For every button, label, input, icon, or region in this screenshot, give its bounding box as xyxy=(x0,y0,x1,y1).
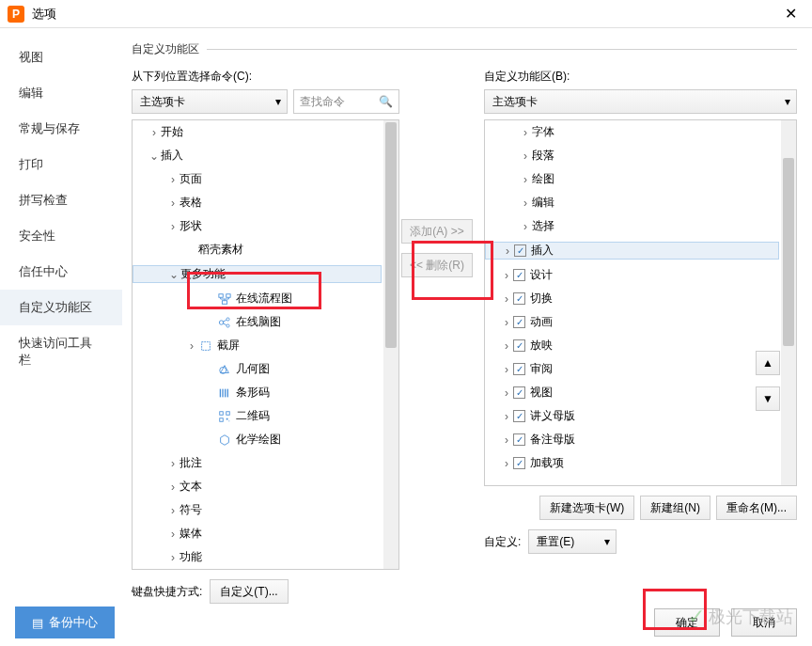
checkbox[interactable]: ✓ xyxy=(513,269,525,281)
checkbox[interactable]: ✓ xyxy=(513,457,525,469)
move-up-button[interactable]: ▲ xyxy=(756,351,780,375)
select-value: 主选项卡 xyxy=(140,94,185,110)
tree-label: 批注 xyxy=(180,455,202,471)
tree-node[interactable]: ⌄插入 xyxy=(133,148,398,164)
tree-node[interactable]: ›媒体 xyxy=(133,526,398,542)
tree-node[interactable]: ›✓切换 xyxy=(485,291,796,307)
tree-node[interactable]: ›✓加载项 xyxy=(485,455,796,471)
tree-node[interactable]: 几何图 xyxy=(133,361,398,377)
tree-node[interactable]: ›页面 xyxy=(133,171,398,187)
tree-node[interactable]: 在线流程图 xyxy=(133,291,398,307)
checkbox[interactable]: ✓ xyxy=(513,363,525,375)
sidebar-item[interactable]: 常规与保存 xyxy=(0,111,122,147)
tree-node[interactable]: ›截屏 xyxy=(133,338,398,354)
tree-node[interactable]: 条形码 xyxy=(133,385,398,401)
add-button[interactable]: 添加(A) >> xyxy=(401,219,473,244)
tree-node[interactable]: ›绘图 xyxy=(485,171,796,187)
search-icon: 🔍 xyxy=(379,95,393,108)
expand-icon: ⌄ xyxy=(167,268,180,281)
tree-label: 符号 xyxy=(180,502,202,518)
move-down-button[interactable]: ▼ xyxy=(756,386,780,411)
tree-node[interactable]: ›开始 xyxy=(133,124,398,140)
remove-button[interactable]: << 删除(R) xyxy=(401,253,473,277)
tree-node[interactable]: ›段落 xyxy=(485,148,796,164)
tree-node[interactable]: ›✓动画 xyxy=(485,314,796,330)
tree-node[interactable]: ⌄更多功能 xyxy=(133,265,382,283)
tree-label: 形状 xyxy=(180,218,202,234)
checkbox[interactable]: ✓ xyxy=(513,292,525,305)
scrollbar[interactable] xyxy=(383,120,398,569)
expand-icon: › xyxy=(166,528,180,541)
expand-icon: › xyxy=(500,269,513,282)
chevron-down-icon: ▾ xyxy=(785,95,790,108)
sidebar-item[interactable]: 打印 xyxy=(0,147,122,182)
expand-icon: › xyxy=(166,220,180,233)
ribbon-target-select[interactable]: 主选项卡 ▾ xyxy=(484,89,797,114)
tree-node[interactable]: ›编辑 xyxy=(485,195,796,211)
tree-label: 几何图 xyxy=(236,361,270,377)
checkbox[interactable]: ✓ xyxy=(514,244,526,257)
sidebar: 视图编辑常规与保存打印拼写检查安全性信任中心自定义功能区快速访问工具栏 xyxy=(0,28,122,574)
checkbox[interactable]: ✓ xyxy=(513,433,525,446)
tree-node[interactable]: 化学绘图 xyxy=(133,432,398,448)
sidebar-item[interactable]: 自定义功能区 xyxy=(0,290,122,325)
scrollbar[interactable] xyxy=(781,120,796,485)
tree-node[interactable]: ›字体 xyxy=(485,124,796,140)
tree-node[interactable]: ›✓备注母版 xyxy=(485,432,796,448)
qr-icon xyxy=(217,410,232,423)
close-button[interactable]: ✕ xyxy=(776,0,804,28)
backup-center-button[interactable]: ▤ 备份中心 xyxy=(15,607,115,638)
tree-label: 在线流程图 xyxy=(236,291,292,307)
chevron-down-icon: ▾ xyxy=(604,535,610,548)
commands-source-select[interactable]: 主选项卡 ▾ xyxy=(132,89,288,114)
ribbon-action-button[interactable]: 新建选项卡(W) xyxy=(539,496,634,520)
checkbox[interactable]: ✓ xyxy=(513,316,525,328)
tree-node[interactable]: ›✓视图 xyxy=(485,385,796,401)
reset-dropdown[interactable]: 重置(E) ▾ xyxy=(528,529,617,554)
tree-node[interactable]: 稻壳素材 xyxy=(133,242,398,258)
search-input[interactable]: 查找命令 🔍 xyxy=(293,89,399,114)
tree-label: 功能 xyxy=(180,549,202,565)
tree-node[interactable]: ›批注 xyxy=(133,455,398,471)
checkbox[interactable]: ✓ xyxy=(513,386,525,399)
tree-node[interactable]: ›✓插入 xyxy=(485,242,779,260)
checkbox[interactable]: ✓ xyxy=(513,339,525,352)
tree-node[interactable]: ›文本 xyxy=(133,479,398,495)
tree-node[interactable]: ›✓放映 xyxy=(485,338,796,354)
tree-label: 更多功能 xyxy=(180,266,226,282)
ok-button[interactable]: 确定 xyxy=(654,608,720,637)
expand-icon: › xyxy=(500,339,513,353)
tree-node[interactable]: ›符号 xyxy=(133,502,398,518)
sidebar-item[interactable]: 编辑 xyxy=(0,75,122,111)
sidebar-item[interactable]: 视图 xyxy=(0,39,122,75)
svg-rect-14 xyxy=(220,418,224,421)
expand-icon: › xyxy=(519,220,532,233)
tree-node[interactable]: ›✓设计 xyxy=(485,267,796,283)
tree-node[interactable]: ›✓讲义母版 xyxy=(485,408,796,424)
sidebar-item[interactable]: 快速访问工具栏 xyxy=(0,325,122,378)
expand-icon: › xyxy=(166,197,180,210)
tree-node[interactable]: ›✓审阅 xyxy=(485,361,796,377)
expand-icon: › xyxy=(166,457,180,470)
ribbon-tree[interactable]: ›字体›段落›绘图›编辑›选择›✓插入›✓设计›✓切换›✓动画›✓放映›✓审阅›… xyxy=(484,119,797,486)
tree-node[interactable]: ›形状 xyxy=(133,218,398,234)
tree-node[interactable]: ›功能 xyxy=(133,549,398,565)
app-icon: P xyxy=(8,6,24,23)
svg-rect-12 xyxy=(220,411,224,415)
expand-icon: › xyxy=(166,551,180,564)
checkbox[interactable]: ✓ xyxy=(513,410,525,422)
cancel-button[interactable]: 取消 xyxy=(731,608,797,637)
sidebar-item[interactable]: 信任中心 xyxy=(0,254,122,290)
ribbon-action-button[interactable]: 重命名(M)... xyxy=(716,496,797,520)
select-value: 主选项卡 xyxy=(492,94,538,110)
tree-label: 段落 xyxy=(532,148,554,164)
tree-node[interactable]: 在线脑图 xyxy=(133,314,398,330)
ribbon-action-button[interactable]: 新建组(N) xyxy=(640,496,710,520)
tree-node[interactable]: 二维码 xyxy=(133,408,398,424)
tree-node[interactable]: ›表格 xyxy=(133,195,398,211)
sidebar-item[interactable]: 拼写检查 xyxy=(0,182,122,218)
svg-rect-6 xyxy=(202,341,211,350)
commands-tree[interactable]: ›开始⌄插入›页面›表格›形状稻壳素材⌄更多功能在线流程图在线脑图›截屏几何图条… xyxy=(132,119,399,570)
tree-node[interactable]: ›选择 xyxy=(485,218,796,234)
sidebar-item[interactable]: 安全性 xyxy=(0,218,122,254)
